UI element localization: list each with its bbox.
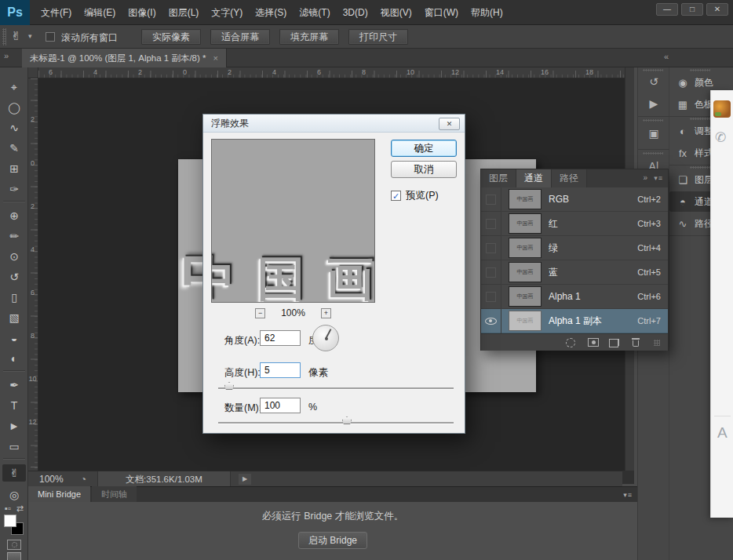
height-slider[interactable] — [218, 387, 454, 389]
close-button[interactable]: ✕ — [706, 3, 728, 16]
actual-pixels-button[interactable]: 实际像素 — [141, 29, 201, 45]
menu-filter[interactable]: 滤镜(T) — [293, 0, 336, 25]
menu-image[interactable]: 图像(I) — [122, 0, 162, 25]
menu-file[interactable]: 文件(F) — [35, 0, 78, 25]
minimize-button[interactable]: — — [656, 3, 678, 16]
brush-tool[interactable]: ✏ — [5, 227, 24, 245]
menu-window[interactable]: 窗口(W) — [418, 0, 465, 25]
fit-screen-button[interactable]: 适合屏幕 — [210, 29, 270, 45]
menu-view[interactable]: 视图(V) — [374, 0, 418, 25]
channel-row-red[interactable]: 中国画 红 Ctrl+3 — [481, 212, 668, 236]
history-panel-icon[interactable]: ↺ — [644, 72, 663, 91]
tab-mini-bridge[interactable]: Mini Bridge — [28, 486, 90, 502]
eraser-tool[interactable]: ▯ — [5, 289, 24, 306]
menu-select[interactable]: 选择(S) — [249, 0, 293, 25]
chevron-down-icon[interactable]: ▾ — [28, 32, 32, 40]
menu-type[interactable]: 文字(Y) — [205, 0, 249, 25]
panel-menu-icon[interactable]: ▾≡ — [623, 491, 633, 499]
document-tab[interactable]: 未标题-1 @ 100% (图层 1, Alpha 1 副本/8) * × — [22, 49, 227, 67]
tab-timeline[interactable]: 时间轴 — [92, 486, 137, 502]
healing-brush-tool[interactable]: ⊕ — [5, 207, 24, 224]
height-slider-thumb[interactable] — [224, 382, 234, 390]
crop-tool[interactable]: ⊞ — [5, 160, 24, 177]
visibility-toggle[interactable] — [481, 309, 501, 333]
launch-bridge-button[interactable]: 启动 Bridge — [298, 532, 367, 549]
panel-menu-icon[interactable]: ▾≡ — [654, 174, 663, 182]
tab-channels[interactable]: 通道 — [516, 169, 552, 187]
channel-row-alpha1[interactable]: 中国画 Alpha 1 Ctrl+6 — [481, 285, 668, 309]
panel-grip[interactable] — [690, 166, 710, 169]
panel-grip[interactable] — [690, 69, 710, 71]
default-colors-icon[interactable]: ▪▫ — [5, 504, 11, 514]
amount-slider-thumb[interactable] — [342, 416, 352, 424]
history-brush-tool[interactable]: ↺ — [5, 268, 24, 285]
dialog-close-button[interactable]: ✕ — [439, 118, 460, 130]
type-tool[interactable]: T — [5, 397, 24, 414]
channel-row-green[interactable]: 中国画 绿 Ctrl+4 — [481, 236, 668, 260]
channel-row-rgb[interactable]: 中国画 RGB Ctrl+2 — [481, 187, 668, 212]
ok-button[interactable]: 确定 — [391, 140, 457, 157]
filter-preview[interactable]: 中国画 — [211, 139, 375, 303]
scroll-all-windows-checkbox[interactable] — [46, 32, 55, 42]
panel-grip[interactable] — [643, 152, 663, 155]
visibility-toggle[interactable] — [481, 187, 501, 212]
preview-checkbox[interactable]: ✓ — [391, 191, 401, 201]
close-tab-icon[interactable]: × — [213, 53, 218, 63]
options-grip[interactable] — [2, 28, 6, 45]
shape-tool[interactable]: ▭ — [5, 438, 24, 455]
overlay-app-icon[interactable] — [713, 100, 731, 118]
zoom-tool[interactable]: ◎ — [5, 486, 24, 504]
zoom-in-button[interactable]: + — [321, 308, 331, 318]
delete-channel-icon[interactable] — [632, 338, 640, 347]
eyedropper-tool[interactable]: ✑ — [5, 180, 24, 198]
cancel-button[interactable]: 取消 — [391, 161, 457, 178]
tab-paths[interactable]: 路径 — [552, 169, 587, 187]
panel-grip[interactable] — [643, 119, 663, 122]
angle-dial[interactable] — [312, 325, 339, 351]
amount-input[interactable] — [260, 398, 301, 413]
clone-stamp-tool[interactable]: ⊙ — [5, 248, 24, 265]
blur-tool[interactable]: ◒ — [5, 329, 24, 347]
quick-mask-button[interactable] — [7, 540, 21, 550]
move-tool[interactable]: ⌖ — [5, 78, 24, 96]
lasso-tool[interactable]: ∿ — [5, 119, 24, 136]
visibility-toggle[interactable] — [481, 236, 501, 260]
collapse-panel-icon[interactable]: » — [4, 51, 9, 60]
height-input[interactable] — [260, 362, 301, 378]
print-size-button[interactable]: 打印尺寸 — [348, 29, 408, 45]
3d-panel-icon[interactable]: ▣ — [644, 124, 663, 143]
angle-input[interactable] — [260, 330, 301, 346]
new-channel-icon[interactable] — [611, 339, 619, 346]
channel-row-alpha1-copy[interactable]: 中国画 Alpha 1 副本 Ctrl+7 — [481, 309, 668, 333]
amount-slider[interactable] — [218, 422, 454, 424]
zoom-out-button[interactable]: − — [255, 308, 265, 318]
screen-mode-button[interactable] — [7, 552, 21, 560]
load-selection-icon[interactable] — [566, 338, 575, 347]
collapse-panel-icon[interactable]: » — [643, 173, 647, 182]
maximize-button[interactable]: □ — [681, 3, 703, 16]
phone-icon[interactable]: ✆ — [715, 129, 726, 146]
visibility-toggle[interactable] — [481, 260, 501, 285]
quick-selection-tool[interactable]: ✎ — [5, 140, 24, 157]
visibility-toggle[interactable] — [481, 285, 501, 309]
channel-row-blue[interactable]: 中国画 蓝 Ctrl+5 — [481, 260, 668, 285]
path-selection-tool[interactable]: ► — [5, 417, 24, 435]
tab-layers[interactable]: 图层 — [481, 169, 516, 187]
panel-grip[interactable] — [690, 118, 710, 120]
status-menu-arrow-icon[interactable]: ▶ — [239, 474, 251, 485]
pen-tool[interactable]: ✒ — [5, 376, 24, 394]
panel-grip[interactable] — [643, 69, 663, 71]
actions-panel-icon[interactable]: ▶ — [644, 94, 663, 113]
menu-3d[interactable]: 3D(D) — [337, 0, 374, 25]
fill-screen-button[interactable]: 填充屏幕 — [279, 29, 339, 45]
gradient-tool[interactable]: ▧ — [5, 309, 24, 326]
menu-edit[interactable]: 编辑(E) — [78, 0, 122, 25]
collapse-dock-icon[interactable]: « — [664, 52, 669, 61]
hand-tool[interactable]: ✌ — [2, 464, 26, 482]
zoom-level-field[interactable]: 100% — [39, 474, 64, 485]
visibility-toggle[interactable] — [481, 212, 501, 236]
swap-colors-icon[interactable]: ⇄ — [16, 504, 24, 514]
dialog-title-bar[interactable]: 浮雕效果 — [203, 115, 465, 133]
marquee-tool[interactable]: ◯ — [5, 99, 24, 116]
save-selection-icon[interactable] — [588, 338, 599, 347]
